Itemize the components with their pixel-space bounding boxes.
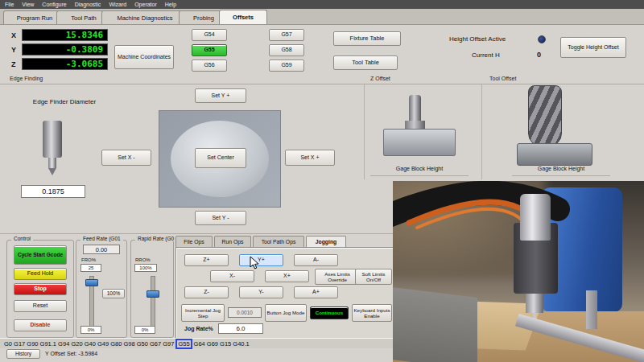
machine-coordinates-button[interactable]: Machine Coordinates bbox=[114, 45, 174, 69]
menu-help[interactable]: Help bbox=[165, 2, 176, 7]
machine-photo bbox=[393, 181, 644, 362]
jog-rate-value[interactable]: 6.0 bbox=[218, 323, 263, 334]
feed-zero-spinner[interactable]: 0% bbox=[80, 326, 101, 334]
fixture-table-button[interactable]: Fixture Table bbox=[333, 31, 401, 46]
incremental-jog-step-button[interactable]: Incremental Jog Step bbox=[181, 304, 225, 322]
rro-step-spinner[interactable]: 100% bbox=[134, 264, 157, 272]
feed-hold-button[interactable]: Feed Hold bbox=[14, 268, 67, 280]
jog-y-minus-button[interactable]: Y- bbox=[239, 286, 283, 298]
z-gage-underline bbox=[370, 175, 469, 176]
menu-file[interactable]: File bbox=[5, 2, 14, 7]
photo-workpiece-clamp bbox=[586, 290, 597, 329]
continuous-mode-button[interactable]: Continuous bbox=[310, 306, 349, 319]
tab-machine-diagnostics[interactable]: Machine Diagnostics bbox=[101, 10, 188, 24]
rapid-zero-spinner[interactable]: 0% bbox=[134, 326, 155, 334]
menu-bar: File View Configure Diagnostic Wizard Op… bbox=[0, 0, 644, 9]
menu-wizard[interactable]: Wizard bbox=[109, 2, 126, 7]
jog-y-plus-button[interactable]: Y+ bbox=[239, 254, 283, 266]
jog-x-plus-button[interactable]: X+ bbox=[265, 270, 309, 282]
z-offset-pin-base-graphic bbox=[405, 121, 425, 129]
tool-offset-section-label: Tool Offset bbox=[489, 76, 516, 81]
g56-button[interactable]: G56 bbox=[192, 60, 227, 72]
dro-z-label: Z bbox=[11, 60, 16, 68]
set-x-plus-button[interactable]: Set X + bbox=[285, 150, 335, 166]
edge-finder-neck bbox=[48, 158, 56, 168]
edge-finder-graphic bbox=[40, 121, 64, 177]
rro-label: RRO% bbox=[135, 257, 151, 262]
jog-x-minus-button[interactable]: X- bbox=[210, 270, 254, 282]
tab-tool-path-ops[interactable]: Tool Path Ops bbox=[253, 236, 304, 247]
dro-z-value: -3.0685 bbox=[22, 58, 108, 70]
soft-limits-button[interactable]: Soft Limits On/Off bbox=[355, 269, 392, 285]
keyboard-inputs-enable-button[interactable]: Keyboard Inputs Enable bbox=[352, 304, 392, 322]
z-offset-gage-block-graphic bbox=[383, 129, 456, 156]
incremental-jog-step-value[interactable]: 0.0010 bbox=[228, 307, 262, 318]
jog-z-minus-button[interactable]: Z- bbox=[184, 286, 229, 298]
toggle-height-offset-button[interactable]: Toggle Height Offset bbox=[560, 37, 626, 58]
dro-y-label: Y bbox=[11, 46, 16, 54]
feed-override-slider-thumb[interactable] bbox=[85, 279, 98, 286]
tool-table-button[interactable]: Tool Table bbox=[333, 56, 398, 70]
g54-button[interactable]: G54 bbox=[192, 29, 227, 41]
disable-button[interactable]: Disable bbox=[14, 319, 67, 331]
g55-button-active[interactable]: G55 bbox=[192, 44, 227, 56]
rapid-override-slider-thumb[interactable] bbox=[147, 290, 159, 298]
g59-button[interactable]: G59 bbox=[269, 60, 304, 72]
section-divider-v1 bbox=[364, 84, 365, 179]
dro-x-value: 15.8346 bbox=[22, 29, 108, 41]
jog-z-plus-button[interactable]: Z+ bbox=[184, 254, 229, 266]
gcode-active-g55: G55 bbox=[175, 339, 192, 349]
tab-file-ops[interactable]: File Ops bbox=[175, 236, 213, 247]
cnc-offsets-screen: { "menu": {"items": ["File", "View", "Co… bbox=[0, 0, 644, 362]
screen-tab-bar: Program Run Tool Path Machine Diagnostic… bbox=[0, 9, 644, 25]
height-offset-led-indicator bbox=[538, 35, 546, 43]
tab-run-ops[interactable]: Run Ops bbox=[214, 236, 251, 247]
gcode-modal-list-pre: G0 G17 G90 G91.1 G94 G20 G40 G49 G80 G98… bbox=[4, 340, 174, 348]
stop-button[interactable]: Stop bbox=[14, 283, 67, 295]
tool-gage-block-height-label: Gage Block Height bbox=[514, 166, 609, 171]
photo-spindle-nose bbox=[526, 294, 543, 313]
dro-x-label: X bbox=[11, 31, 16, 39]
axes-limits-override-button[interactable]: Axes Limits Override bbox=[315, 269, 360, 285]
tab-jogging[interactable]: Jogging bbox=[306, 236, 346, 247]
menu-operator[interactable]: Operator bbox=[134, 2, 157, 7]
set-center-button[interactable]: Set Center bbox=[195, 148, 246, 168]
feed-rate-group: Feed Rate (G01 0.00 FRO% 25 100% 0% bbox=[76, 240, 127, 338]
section-divider-v2 bbox=[481, 84, 482, 179]
jog-a-plus-button[interactable]: A+ bbox=[294, 286, 338, 298]
menu-configure[interactable]: Configure bbox=[42, 2, 66, 7]
feed-rate-caption: Feed Rate (G01 bbox=[80, 236, 123, 241]
reset-button[interactable]: Reset bbox=[14, 300, 67, 312]
tool-gage-underline bbox=[512, 175, 610, 176]
dro-y-value: -0.3809 bbox=[22, 43, 108, 56]
cycle-start-button[interactable]: Cycle Start Gcode bbox=[14, 245, 67, 265]
mouse-cursor-icon bbox=[249, 256, 260, 270]
set-y-plus-button[interactable]: Set Y + bbox=[195, 88, 246, 103]
z-gage-block-height-label: Gage Block Height bbox=[372, 166, 467, 171]
feed-rate-value: 0.00 bbox=[83, 245, 120, 254]
set-x-minus-button[interactable]: Set X - bbox=[101, 150, 151, 166]
control-group: Control Cycle Start Gcode Feed Hold Stop… bbox=[6, 240, 74, 338]
rapid-override-slider[interactable] bbox=[151, 276, 155, 327]
section-divider-bottom bbox=[0, 233, 394, 234]
g58-button[interactable]: G58 bbox=[269, 44, 304, 56]
button-jog-mode-button[interactable]: Button Jog Mode bbox=[265, 304, 307, 322]
tab-offsets[interactable]: Offsets bbox=[219, 10, 267, 24]
current-h-value: 0 bbox=[537, 51, 541, 59]
menu-diagnostic[interactable]: Diagnostic bbox=[75, 2, 101, 7]
set-y-minus-button[interactable]: Set Y - bbox=[195, 211, 246, 225]
edge-finder-diameter-value[interactable]: 0.1875 bbox=[21, 185, 85, 198]
rapid-rate-caption: Rapid Rate (G0 bbox=[135, 236, 176, 241]
jog-a-minus-button[interactable]: A- bbox=[294, 254, 338, 266]
g57-button[interactable]: G57 bbox=[269, 29, 304, 41]
photo-spindle-motor bbox=[520, 194, 551, 241]
gcode-modal-list-post: G64 G69 G15 G40.1 bbox=[194, 340, 250, 348]
menu-view[interactable]: View bbox=[22, 2, 34, 7]
edge-finder-tip bbox=[48, 168, 56, 175]
history-button[interactable]: History bbox=[6, 349, 40, 359]
feed-100pct-button[interactable]: 100% bbox=[102, 289, 125, 298]
photo-metal-table bbox=[393, 286, 477, 362]
fro-step-spinner[interactable]: 25 bbox=[80, 264, 101, 272]
jog-rate-label: Jog Rate% bbox=[184, 326, 213, 331]
fro-label: FRO% bbox=[81, 257, 96, 262]
